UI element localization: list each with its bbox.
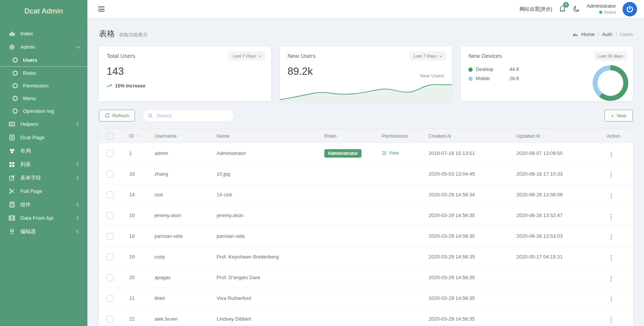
role-badge: Administrator xyxy=(324,149,361,158)
row-actions-menu-icon[interactable] xyxy=(611,237,612,238)
desktop-dot xyxy=(468,68,473,72)
sidebar-item-editor[interactable]: U 编辑器 xyxy=(0,225,87,238)
sidebar-menu: Index Admin Users Roles Permission Menu xyxy=(0,22,87,238)
cell-created-at: 2020-03-29 14:56:34 xyxy=(429,192,516,198)
range-selector[interactable]: Last 7 Days xyxy=(228,51,265,61)
permissions-view-link[interactable]: View xyxy=(382,150,399,156)
sidebar-item-layout[interactable]: 布局 xyxy=(0,144,87,158)
search-box xyxy=(143,110,234,122)
col-id[interactable]: ID xyxy=(129,133,134,139)
legend-label: Desktop xyxy=(476,67,509,72)
avatar[interactable] xyxy=(623,2,637,16)
sidebar-item-data-from-api[interactable]: Data From Api xyxy=(0,211,87,225)
user-menu[interactable]: Administrator Online xyxy=(586,3,616,15)
search-input[interactable] xyxy=(156,113,228,119)
notification-count-badge: 5 xyxy=(563,2,569,8)
row-actions-menu-icon[interactable] xyxy=(611,175,612,176)
breadcrumb: Home / Auth / Users xyxy=(572,31,633,37)
row-checkbox[interactable] xyxy=(107,191,113,198)
cell-name: Viva Rutherford xyxy=(217,295,324,301)
sidebar-item-components[interactable]: 组件 xyxy=(0,198,87,211)
sidebar-item-label: Users xyxy=(23,57,80,63)
row-checkbox[interactable] xyxy=(107,254,113,260)
row-checkbox[interactable] xyxy=(107,316,113,323)
notifications-button[interactable]: 5 xyxy=(559,5,566,15)
sidebar-item-list[interactable]: 列表 xyxy=(0,158,87,171)
row-checkbox[interactable] xyxy=(107,233,113,240)
grid-toolbar: Refresh + New xyxy=(99,110,633,122)
range-selector[interactable]: Last 7 Days xyxy=(409,51,446,61)
row-actions-menu-icon[interactable] xyxy=(611,299,612,300)
moon-icon xyxy=(573,5,580,13)
col-name: Name xyxy=(217,133,324,139)
row-checkbox[interactable] xyxy=(107,171,113,178)
hamburger-menu-icon[interactable] xyxy=(97,5,105,13)
row-checkbox[interactable] xyxy=(107,150,113,157)
cell-id: 18 xyxy=(129,233,154,239)
sidebar-item-label: 表单字段 xyxy=(20,175,77,181)
sidebar-item-helpers[interactable]: Helpers xyxy=(0,117,87,131)
cell-name: jeremy.okon xyxy=(217,212,324,218)
row-checkbox[interactable] xyxy=(107,274,113,281)
new-label: New xyxy=(617,113,626,119)
sidebar-item-label: Menu xyxy=(23,95,80,101)
grid-icon xyxy=(8,161,15,168)
page-subtitle: 表格功能展示 xyxy=(119,32,148,38)
select-all-checkbox[interactable] xyxy=(107,133,113,140)
legend-value: 28.6 xyxy=(509,76,532,81)
col-updated-at[interactable]: Updated At xyxy=(516,133,540,139)
cell-created-at: 2020-05-03 13:04:45 xyxy=(429,171,516,177)
dashboard-icon xyxy=(572,32,578,36)
cell-updated-at: 2020-06-28 13:58:09 xyxy=(516,192,607,198)
table-row: 33 zhang 10.jpg 2020-05-03 13:04:45 2020… xyxy=(99,163,633,184)
row-actions-menu-icon[interactable] xyxy=(611,257,612,258)
row-checkbox[interactable] xyxy=(107,295,113,302)
cell-id: 21 xyxy=(129,295,154,301)
new-button[interactable]: + New xyxy=(605,110,633,122)
range-label: Last 7 Days xyxy=(233,54,256,58)
row-actions-menu-icon[interactable] xyxy=(611,278,612,279)
sidebar-item-roles[interactable]: Roles xyxy=(0,67,87,79)
refresh-button[interactable]: Refresh xyxy=(99,110,135,122)
sidebar-item-index[interactable]: Index xyxy=(0,27,87,40)
sort-asc-icon[interactable]: ↑ xyxy=(137,134,139,138)
dark-mode-toggle[interactable] xyxy=(573,5,580,14)
cell-id: 20 xyxy=(129,275,154,280)
sidebar-item-users[interactable]: Users xyxy=(0,54,87,67)
online-status-dot xyxy=(599,11,602,14)
breadcrumb-auth[interactable]: Auth xyxy=(602,31,613,37)
page-title: 表格 xyxy=(99,28,115,39)
row-actions-menu-icon[interactable] xyxy=(611,319,612,321)
site-settings-link[interactable]: 网站设置[异步] xyxy=(519,6,552,13)
trend-label: 15% Increase xyxy=(115,83,145,89)
devices-donut-chart xyxy=(593,65,628,101)
sidebar-item-operation-log[interactable]: Operation log xyxy=(0,105,87,117)
cell-id: 19 xyxy=(129,254,154,260)
row-actions-menu-icon[interactable] xyxy=(611,216,612,217)
cell-username: parisian.vida xyxy=(154,233,217,239)
sidebar-item-full-page[interactable]: Full Page xyxy=(0,184,87,198)
chevron-left-icon xyxy=(77,122,80,126)
sort-asc-icon[interactable]: ↑ xyxy=(543,134,545,138)
series-label: New Users xyxy=(420,73,444,79)
cell-id: 22 xyxy=(129,316,154,322)
legend-value: 44.9 xyxy=(509,67,532,72)
range-label: Last 7 Days xyxy=(414,54,437,58)
sidebar-item-admin[interactable]: Admin xyxy=(0,40,87,54)
table-row: 15 jeremy.okon jeremy.okon 2020-03-29 14… xyxy=(99,205,633,226)
cell-updated-at: 2020-06-28 13:52:47 xyxy=(516,212,607,218)
sidebar-item-label: 组件 xyxy=(20,201,77,208)
film-icon xyxy=(8,215,15,221)
row-checkbox[interactable] xyxy=(107,212,113,219)
circle-icon xyxy=(13,58,18,63)
sidebar-item-label: 布局 xyxy=(20,148,80,155)
sidebar-item-permission[interactable]: Permission xyxy=(0,79,87,92)
breadcrumb-home[interactable]: Home xyxy=(581,31,595,37)
sidebar-item-menu[interactable]: Menu xyxy=(0,92,87,105)
range-selector[interactable]: Last 30 days xyxy=(594,51,627,61)
row-actions-menu-icon[interactable] xyxy=(611,195,612,196)
cell-username: admin xyxy=(154,150,217,156)
sidebar-item-form-fields[interactable]: 表单字段 xyxy=(0,171,87,184)
row-actions-menu-icon[interactable] xyxy=(611,154,612,155)
sidebar-item-dcat-page[interactable]: Dcat Page xyxy=(0,131,87,144)
